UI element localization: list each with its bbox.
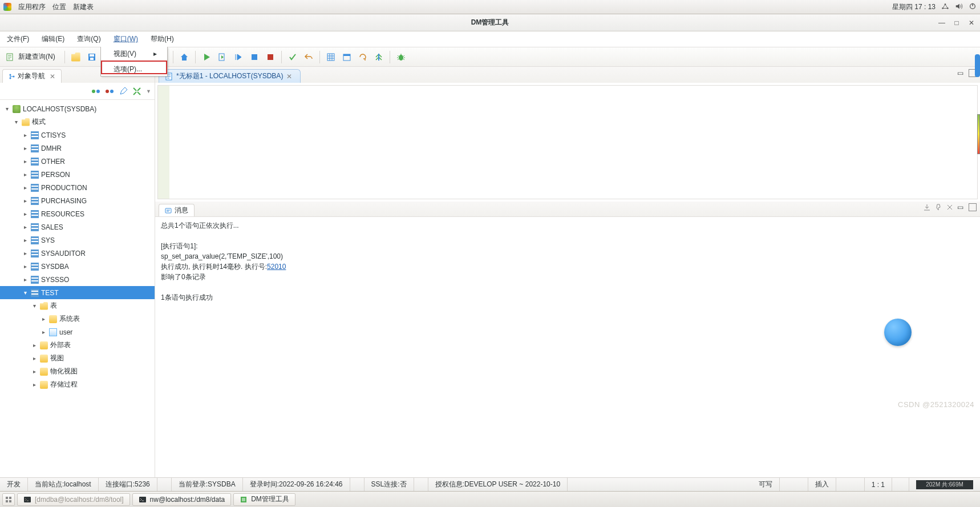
object-tree[interactable]: ▾LOCALHOST(SYSDBA) ▾模式 ▸CTISYS ▸DMHR ▸OT…: [0, 100, 155, 477]
dropdown-arrow-icon[interactable]: ▼: [146, 88, 151, 94]
svg-point-31: [110, 90, 114, 93]
tree-schema-item[interactable]: ▸PERSON: [0, 168, 155, 181]
stop-button-blue[interactable]: [247, 50, 262, 65]
menu-help[interactable]: 帮助(H): [148, 32, 176, 46]
debug-button[interactable]: [394, 50, 408, 65]
taskbar-terminal-1[interactable]: [dmdba@localhost:/dm8/tool]: [17, 493, 130, 506]
os-menu-newtable[interactable]: 新建表: [73, 2, 94, 12]
folder-open-icon: [71, 53, 80, 62]
expand-all-icon[interactable]: [132, 87, 141, 96]
right-scroll-marker[interactable]: [975, 54, 980, 77]
exec-id-link[interactable]: 52010: [267, 263, 286, 271]
step-button[interactable]: [231, 50, 246, 65]
export-icon[interactable]: [923, 203, 931, 211]
status-memory[interactable]: 202M 共:669M: [916, 480, 973, 489]
close-tab-icon[interactable]: ✕: [50, 73, 55, 81]
watermark-text: CSDN @2521320024: [898, 400, 974, 409]
minimize-view-button[interactable]: ▭: [957, 69, 965, 77]
stop-button-red[interactable]: [263, 50, 278, 65]
messages-tab[interactable]: 消息: [159, 204, 195, 216]
network-icon[interactable]: [941, 2, 949, 12]
tree-procs[interactable]: ▸存储过程: [0, 378, 155, 391]
tree-schema-item[interactable]: ▸SALES: [0, 220, 155, 234]
close-tab-icon[interactable]: ✕: [286, 73, 292, 81]
link-collapse-icon[interactable]: [105, 87, 114, 96]
msg-line: 执行成功, 执行耗时14毫秒. 执行号:52010: [161, 261, 974, 272]
tree-table-user[interactable]: ▸user: [0, 325, 155, 339]
os-menu-places[interactable]: 位置: [52, 2, 66, 12]
menu-file[interactable]: 文件(F): [5, 32, 31, 46]
tree-tables[interactable]: ▾表: [0, 299, 155, 312]
script-play-icon: [218, 53, 227, 62]
database-icon: [13, 105, 21, 113]
tree-schema-item[interactable]: ▸PRODUCTION: [0, 181, 155, 194]
tree-ext-tables[interactable]: ▸外部表: [0, 339, 155, 352]
undo-icon: [304, 53, 313, 62]
folder-icon: [40, 381, 48, 389]
tree-root[interactable]: ▾LOCALHOST(SYSDBA): [0, 102, 155, 115]
tree-schema-test[interactable]: ▾TEST: [0, 286, 155, 299]
object-navigator-tab[interactable]: 对象导航 ✕: [2, 69, 62, 83]
tree-schema-item[interactable]: ▸SYSSSO: [0, 273, 155, 286]
rollback-button[interactable]: [301, 50, 316, 65]
show-desktop-button[interactable]: [2, 493, 15, 506]
execute-script-button[interactable]: [215, 50, 230, 65]
svg-rect-18: [252, 54, 257, 60]
tree-schema-item[interactable]: ▸RESOURCES: [0, 207, 155, 220]
app-icon: [240, 496, 248, 504]
link-home-icon[interactable]: [91, 87, 100, 96]
object-navigator-panel: 对象导航 ✕ ▼ ▾LOCALHOST(SYSDBA) ▾模式 ▸CTISYS …: [0, 67, 155, 477]
tree-views[interactable]: ▸视图: [0, 352, 155, 365]
power-icon[interactable]: [969, 2, 977, 12]
tree-schema-item[interactable]: ▸SYSDBA: [0, 260, 155, 273]
menu-edit[interactable]: 编辑(E): [39, 32, 67, 46]
os-menu-applications[interactable]: 应用程序: [18, 2, 46, 12]
folder-icon: [22, 118, 30, 126]
schema-icon: [31, 210, 39, 218]
svg-point-28: [92, 90, 95, 93]
volume-icon[interactable]: [955, 2, 963, 12]
svg-rect-33: [165, 208, 171, 213]
menu-window[interactable]: 窗口(W): [111, 32, 140, 46]
schema-icon: [31, 171, 39, 179]
tree-schema-item[interactable]: ▸SYS: [0, 234, 155, 247]
tree-schema-item[interactable]: ▸OTHER: [0, 155, 155, 168]
home-button[interactable]: [177, 50, 192, 65]
commit-button[interactable]: [285, 50, 300, 65]
messages-output[interactable]: 总共1个语句正依次执行... [执行语句1]: sp_set_para_valu…: [155, 216, 980, 477]
tree-schema-item[interactable]: ▸PURCHASING: [0, 194, 155, 207]
tree-systables[interactable]: ▸系统表: [0, 312, 155, 325]
refresh-button[interactable]: [355, 50, 370, 65]
window-minimize-button[interactable]: —: [938, 19, 946, 27]
menu-window-view[interactable]: 视图(V)▸: [101, 47, 167, 61]
msg-line: [执行语句1]:: [161, 241, 974, 251]
assistant-floating-button[interactable]: [884, 319, 912, 346]
edit-icon[interactable]: [119, 87, 128, 96]
tree-schemas[interactable]: ▾模式: [0, 115, 155, 128]
save-button[interactable]: [84, 50, 99, 65]
open-folder-button[interactable]: [68, 50, 83, 65]
taskbar-dm-tool[interactable]: DM管理工具: [233, 493, 295, 506]
tree-schema-item[interactable]: ▸CTISYS: [0, 128, 155, 142]
grid-icon: [326, 53, 335, 62]
right-heap-indicator[interactable]: [977, 114, 980, 154]
max-msg-button[interactable]: [969, 203, 977, 211]
expand-button[interactable]: [371, 50, 386, 65]
min-msg-button[interactable]: ▭: [957, 203, 965, 211]
tree-matviews[interactable]: ▸物化视图: [0, 365, 155, 378]
sql-editor-textarea[interactable]: [157, 85, 978, 199]
grid-button-2[interactable]: [339, 50, 354, 65]
menu-query[interactable]: 查询(Q): [75, 32, 103, 46]
execute-button[interactable]: [199, 50, 214, 65]
menu-window-options[interactable]: 选项(P)...: [101, 62, 167, 76]
tree-schema-item[interactable]: ▸DMHR: [0, 142, 155, 155]
pin-icon[interactable]: [934, 203, 942, 211]
taskbar-terminal-2[interactable]: nw@localhost:/dm8/data: [132, 493, 232, 506]
window-maximize-button[interactable]: □: [953, 19, 961, 27]
window-close-button[interactable]: ✕: [967, 19, 975, 27]
clear-icon[interactable]: [946, 203, 954, 211]
sql-editor-tab[interactable]: *无标题1 - LOCALHOST(SYSDBA) ✕: [159, 69, 301, 83]
new-query-button[interactable]: 新建查询(N): [3, 50, 61, 65]
tree-schema-item[interactable]: ▸SYSAUDITOR: [0, 247, 155, 260]
grid-button-1[interactable]: [323, 50, 338, 65]
